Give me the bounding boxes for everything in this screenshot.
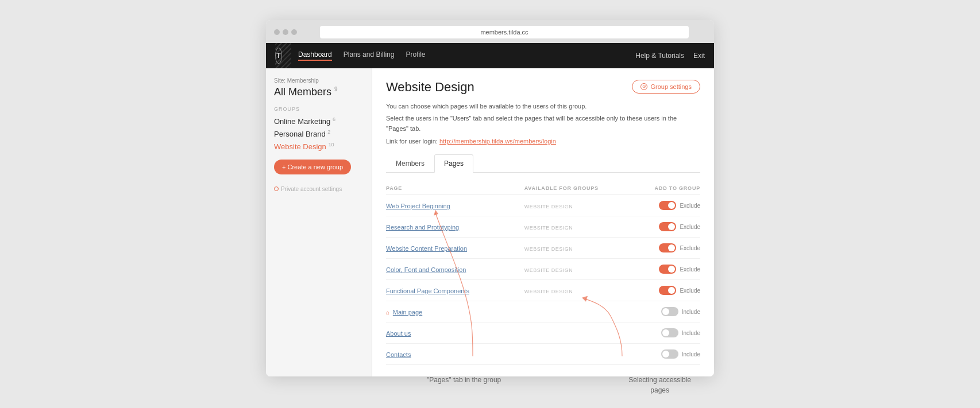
nav-dashboard[interactable]: Dashboard	[298, 50, 332, 61]
table-row: Web Project BeginningWEBSITE DESIGNExclu…	[386, 195, 700, 216]
create-group-button[interactable]: + Create a new group	[274, 160, 351, 174]
table-row: ⌂ Main pageInclude	[386, 301, 700, 322]
description-line1: You can choose which pages will be avail…	[386, 102, 700, 112]
nav-links: Dashboard Plans and Billing Profile	[298, 50, 635, 61]
sidebar: Site: Membership All Members 9 GROUPS On…	[266, 68, 372, 376]
group-settings-button[interactable]: ⊙ Group settings	[632, 80, 700, 94]
tab-members[interactable]: Members	[386, 154, 434, 173]
traffic-light-minimize[interactable]	[283, 29, 288, 35]
table-body: Web Project BeginningWEBSITE DESIGNExclu…	[386, 195, 700, 365]
table-row: Functional Page ComponentsWEBSITE DESIGN…	[386, 280, 700, 301]
toggle-label: Exclude	[680, 266, 700, 273]
page-link[interactable]: Contacts	[386, 351, 411, 358]
address-bar[interactable]: members.tilda.cc	[320, 26, 689, 38]
page-link[interactable]: Research and Prototyping	[386, 224, 459, 231]
available-label: WEBSITE DESIGN	[524, 267, 573, 273]
page-link[interactable]: Functional Page Components	[386, 287, 469, 294]
toggle-label: Exclude	[680, 224, 700, 230]
traffic-light-maximize[interactable]	[291, 29, 297, 35]
toggle-label: Include	[682, 309, 700, 315]
nav-exit[interactable]: Exit	[693, 52, 705, 60]
page-title: Website Design	[386, 80, 474, 95]
toggle-label: Include	[682, 351, 700, 358]
toggle-1[interactable]	[659, 222, 676, 231]
sidebar-group-website-design[interactable]: Website Design 10	[274, 142, 364, 151]
description-line2: Select the users in the "Users" tab and …	[386, 114, 700, 134]
sidebar-all-members[interactable]: All Members 9	[274, 86, 364, 98]
table-header: PAGE AVAILABLE FOR GROUPS ADD TO GROUP	[386, 182, 700, 195]
table-row: Research and PrototypingWEBSITE DESIGNEx…	[386, 216, 700, 238]
sidebar-site-label: Site: Membership	[274, 77, 364, 84]
panel-header: Website Design ⊙ Group settings	[386, 80, 700, 95]
table-row: Color, Font and CompositionWEBSITE DESIG…	[386, 259, 700, 280]
login-link[interactable]: http://membership.tilda.ws/members/login	[439, 138, 556, 145]
toggle-4[interactable]	[659, 286, 676, 295]
table-row: ContactsInclude	[386, 344, 700, 365]
page-link[interactable]: Color, Font and Composition	[386, 266, 466, 273]
nav-right: Help & Tutorials Exit	[635, 52, 705, 60]
private-settings-icon	[274, 186, 279, 191]
col-header-available: AVAILABLE FOR GROUPS	[524, 182, 625, 195]
settings-icon: ⊙	[641, 83, 647, 90]
top-nav: T Dashboard Plans and Billing Profile He…	[266, 43, 714, 68]
nav-plans-billing[interactable]: Plans and Billing	[344, 50, 395, 61]
toggle-2[interactable]	[659, 243, 676, 252]
pages-table: PAGE AVAILABLE FOR GROUPS ADD TO GROUP W…	[386, 182, 700, 365]
toggle-label: Exclude	[680, 203, 700, 209]
toggle-6[interactable]	[661, 328, 678, 337]
annotation-selecting-pages: Selecting accessiblepages	[628, 375, 691, 395]
col-header-add: ADD TO GROUP	[625, 182, 700, 195]
available-label: WEBSITE DESIGN	[524, 289, 573, 294]
available-label: WEBSITE DESIGN	[524, 225, 573, 231]
toggle-label: Include	[682, 330, 700, 336]
tab-pages[interactable]: Pages	[434, 154, 473, 173]
toggle-5[interactable]	[661, 307, 678, 316]
toggle-label: Exclude	[680, 287, 700, 294]
page-link[interactable]: About us	[386, 330, 411, 337]
login-link-row: Link for user login: http://membership.t…	[386, 137, 700, 147]
main-content: Site: Membership All Members 9 GROUPS On…	[266, 68, 714, 376]
private-account-settings[interactable]: Private account settings	[274, 186, 364, 192]
toggle-0[interactable]	[659, 201, 676, 210]
toggle-3[interactable]	[659, 265, 676, 274]
home-icon: ⌂	[386, 309, 391, 316]
right-panel: Website Design ⊙ Group settings You can …	[372, 68, 714, 376]
tabs: Members Pages	[386, 154, 700, 173]
address-text: members.tilda.cc	[480, 29, 528, 36]
page-link[interactable]: Website Content Preparation	[386, 245, 467, 252]
toggle-label: Exclude	[680, 245, 700, 251]
nav-help[interactable]: Help & Tutorials	[635, 52, 684, 60]
sidebar-groups-label: GROUPS	[274, 106, 364, 112]
page-link[interactable]: Main page	[393, 309, 422, 316]
available-label: WEBSITE DESIGN	[524, 246, 573, 252]
nav-profile[interactable]: Profile	[406, 50, 425, 61]
available-label: WEBSITE DESIGN	[524, 204, 573, 209]
browser-chrome: members.tilda.cc	[266, 20, 714, 43]
sidebar-group-personal-brand[interactable]: Personal Brand 2	[274, 129, 364, 138]
traffic-light-close[interactable]	[274, 29, 280, 35]
table-row: Website Content PreparationWEBSITE DESIG…	[386, 238, 700, 259]
col-header-page: PAGE	[386, 182, 524, 195]
logo-letter: T	[276, 52, 280, 60]
table-row: About usInclude	[386, 322, 700, 344]
logo-background: T	[275, 43, 291, 68]
traffic-lights	[274, 29, 297, 35]
logo: T	[275, 48, 282, 64]
browser-window: members.tilda.cc T Dashboard Plans and B…	[266, 20, 714, 376]
toggle-7[interactable]	[661, 349, 678, 359]
sidebar-group-online-marketing[interactable]: Online Marketing 6	[274, 116, 364, 126]
page-link[interactable]: Web Project Beginning	[386, 203, 450, 209]
